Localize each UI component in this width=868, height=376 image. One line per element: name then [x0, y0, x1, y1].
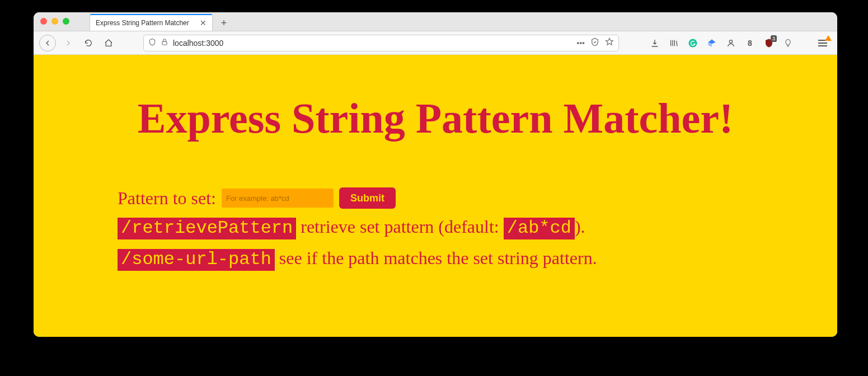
close-window-button[interactable]	[40, 18, 47, 25]
browser-tab[interactable]: Express String Pattern Matcher ✕	[90, 14, 213, 31]
new-tab-button[interactable]: +	[216, 15, 232, 31]
code-default-pattern: /ab*cd	[504, 218, 575, 239]
shield-icon	[148, 38, 156, 48]
pattern-input[interactable]	[222, 189, 334, 208]
profile-icon[interactable]	[725, 37, 736, 49]
window-controls	[40, 18, 69, 25]
svg-rect-0	[162, 41, 167, 45]
text-retrieve-2: ).	[575, 217, 585, 237]
download-icon[interactable]	[649, 37, 660, 49]
pattern-label: Pattern to set:	[118, 188, 216, 209]
page-content: Express String Pattern Matcher! Pattern …	[34, 55, 837, 303]
extension-number[interactable]: 8	[744, 37, 756, 49]
lock-icon	[161, 38, 168, 48]
forward-button[interactable]	[60, 35, 76, 51]
more-icon[interactable]: •••	[576, 39, 585, 48]
home-button[interactable]	[101, 35, 116, 51]
svg-point-1	[689, 39, 697, 47]
ublock-badge: 3	[771, 35, 777, 42]
url-actions: •••	[576, 37, 614, 48]
code-some-url-path: /some-url-path	[118, 249, 275, 271]
library-icon[interactable]	[668, 37, 679, 49]
pattern-form: Pattern to set: Submit	[118, 187, 753, 209]
submit-button[interactable]: Submit	[339, 187, 396, 209]
url-text: localhost:3000	[173, 39, 572, 48]
grammarly-icon[interactable]	[687, 37, 698, 49]
reader-icon[interactable]	[590, 37, 599, 48]
toolbar-right: 8 3	[646, 37, 832, 49]
page-viewport: Express String Pattern Matcher! Pattern …	[34, 55, 837, 337]
bookmark-star-icon[interactable]	[605, 37, 614, 48]
lightbulb-icon[interactable]	[782, 37, 794, 49]
tab-strip: Express String Pattern Matcher ✕ +	[34, 12, 837, 31]
text-retrieve-1: retrieve set pattern (default:	[296, 217, 503, 237]
extension-blue-icon[interactable]	[706, 37, 717, 49]
close-tab-icon[interactable]: ✕	[200, 19, 207, 27]
minimize-window-button[interactable]	[51, 18, 58, 25]
info-line-match: /some-url-path see if the path matches t…	[118, 245, 753, 274]
page-title: Express String Pattern Matcher!	[118, 94, 753, 143]
info-line-retrieve: /retrievePattern retrieve set pattern (d…	[118, 213, 753, 242]
hamburger-menu-icon[interactable]	[817, 37, 828, 49]
ublock-icon[interactable]: 3	[763, 37, 775, 49]
reload-button[interactable]	[81, 35, 96, 51]
address-bar[interactable]: localhost:3000 •••	[143, 35, 619, 51]
tab-title: Express String Pattern Matcher	[96, 19, 189, 27]
svg-point-2	[729, 40, 732, 43]
maximize-window-button[interactable]	[63, 18, 69, 25]
code-retrieve-pattern: /retrievePattern	[118, 218, 296, 239]
text-match: see if the path matches the set string p…	[275, 248, 597, 268]
browser-toolbar: localhost:3000 •••	[34, 31, 837, 55]
back-button[interactable]	[39, 35, 56, 51]
browser-window: Express String Pattern Matcher ✕ + local…	[34, 12, 837, 337]
